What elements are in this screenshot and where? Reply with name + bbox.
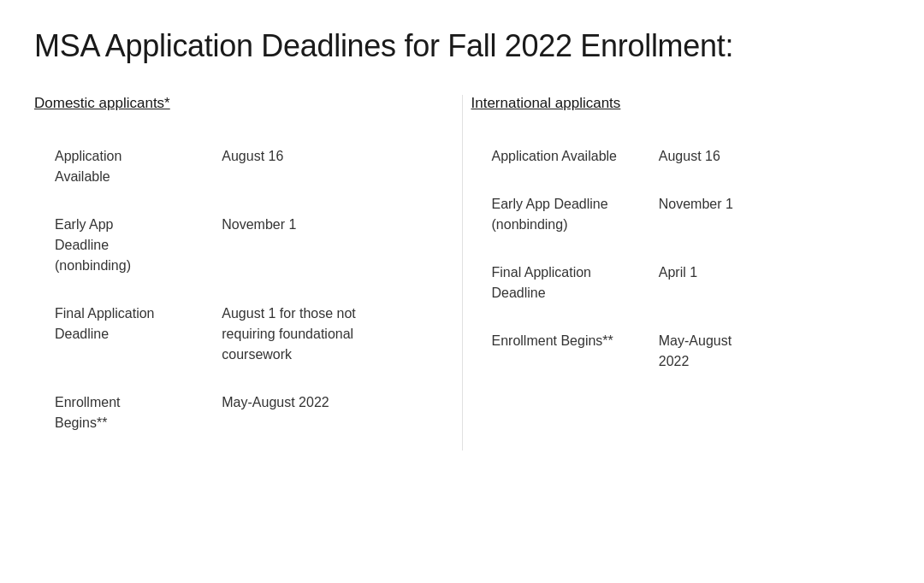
row-value: August 1 for those not requiring foundat…	[215, 293, 435, 382]
international-column: International applicants Application Ava…	[471, 95, 891, 450]
table-row: Application AvailableAugust 16	[471, 136, 874, 184]
row-value: May-August 2022	[215, 382, 435, 450]
row-label: Application Available	[34, 136, 215, 204]
table-row: Early App Deadline (nonbinding)November …	[471, 184, 874, 252]
domestic-table: Application AvailableAugust 16Early App …	[34, 136, 436, 450]
table-row: Early App Deadline (nonbinding)November …	[34, 204, 436, 293]
row-label: Enrollment Begins**	[34, 382, 215, 450]
table-row: Enrollment Begins**May-August 2022	[471, 321, 874, 389]
domestic-header: Domestic applicants*	[34, 95, 436, 112]
page-title: MSA Application Deadlines for Fall 2022 …	[34, 27, 890, 64]
row-label: Application Available	[471, 136, 652, 184]
row-value: August 16	[652, 136, 873, 184]
columns-wrapper: Domestic applicants* Application Availab…	[34, 95, 890, 450]
row-label: Enrollment Begins**	[471, 321, 652, 389]
table-row: Final Application DeadlineAugust 1 for t…	[34, 293, 436, 382]
row-label: Early App Deadline (nonbinding)	[471, 184, 652, 252]
table-row: Application AvailableAugust 16	[34, 136, 436, 204]
row-label: Final Application Deadline	[34, 293, 215, 382]
table-row: Final Application DeadlineApril 1	[471, 252, 874, 321]
table-row: Enrollment Begins**May-August 2022	[34, 382, 436, 450]
domestic-column: Domestic applicants* Application Availab…	[34, 95, 453, 450]
international-header: International applicants	[471, 95, 874, 112]
row-value: August 16	[215, 136, 435, 204]
row-value: May-August 2022	[652, 321, 873, 389]
international-table: Application AvailableAugust 16Early App …	[471, 136, 874, 389]
column-divider	[462, 95, 463, 450]
row-value: November 1	[652, 184, 873, 252]
row-label: Final Application Deadline	[471, 252, 652, 321]
row-label: Early App Deadline (nonbinding)	[34, 204, 215, 293]
row-value: November 1	[215, 204, 435, 293]
row-value: April 1	[652, 252, 873, 321]
